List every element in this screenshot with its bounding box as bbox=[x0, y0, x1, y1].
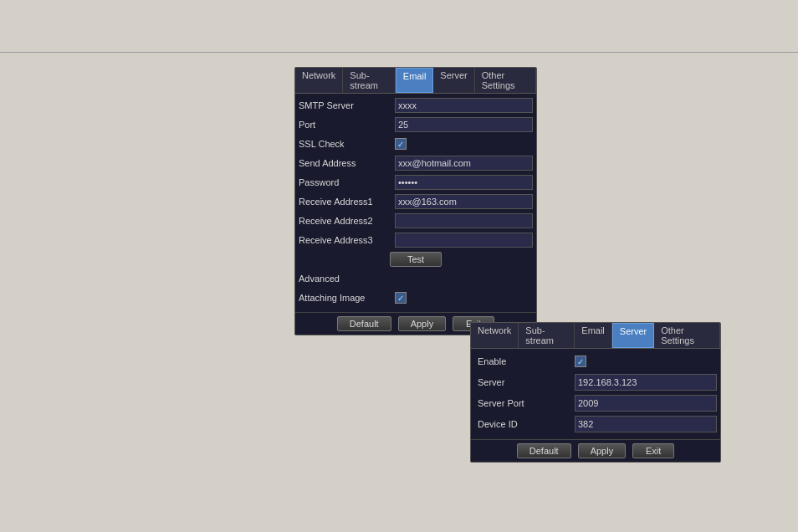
server-tab-bar: Network Sub-stream Email Server Other Se… bbox=[471, 323, 720, 349]
receive2-row: Receive Address2 bbox=[299, 212, 533, 229]
advanced-row: Advanced bbox=[299, 270, 533, 287]
receive1-row: Receive Address1 bbox=[299, 193, 533, 210]
password-row: Password bbox=[299, 174, 533, 191]
ssl-label: SSL Check bbox=[299, 139, 395, 149]
smtp-server-label: SMTP Server bbox=[299, 100, 395, 110]
email-dialog-body: SMTP Server Port SSL Check ✓ Send Addres… bbox=[295, 94, 536, 312]
enable-checkbox-cell: ✓ bbox=[575, 356, 586, 367]
server-port-row: Server Port bbox=[474, 394, 717, 412]
server-ip-input[interactable] bbox=[575, 374, 717, 391]
server-tab-substream[interactable]: Sub-stream bbox=[519, 323, 575, 348]
server-dialog-body: Enable ✓ Server Server Port Device ID bbox=[471, 349, 720, 439]
attaching-image-label: Attaching Image bbox=[299, 293, 395, 303]
tab-other-settings[interactable]: Other Settings bbox=[475, 68, 536, 93]
test-button[interactable]: Test bbox=[390, 252, 442, 267]
attaching-image-row: Attaching Image ✓ bbox=[299, 289, 533, 306]
enable-checkbox[interactable]: ✓ bbox=[575, 356, 586, 367]
server-apply-button[interactable]: Apply bbox=[578, 443, 627, 458]
smtp-server-row: SMTP Server bbox=[299, 97, 533, 114]
server-tab-other[interactable]: Other Settings bbox=[654, 323, 720, 348]
password-label: Password bbox=[299, 177, 395, 187]
email-tab-bar: Network Sub-stream Email Server Other Se… bbox=[295, 68, 536, 94]
ssl-checkbox-cell: ✓ bbox=[395, 138, 407, 150]
server-tab-server[interactable]: Server bbox=[612, 323, 654, 348]
port-input[interactable] bbox=[395, 117, 533, 132]
receive2-input[interactable] bbox=[395, 213, 533, 228]
advanced-label: Advanced bbox=[299, 272, 340, 285]
server-dialog: Network Sub-stream Email Server Other Se… bbox=[470, 322, 721, 463]
attach-checkbox-cell: ✓ bbox=[395, 292, 407, 304]
email-dialog: Network Sub-stream Email Server Other Se… bbox=[294, 67, 537, 335]
tab-network[interactable]: Network bbox=[295, 68, 343, 93]
send-address-label: Send Address bbox=[299, 158, 395, 168]
top-divider bbox=[0, 52, 798, 53]
server-default-button[interactable]: Default bbox=[517, 443, 571, 458]
server-tab-email[interactable]: Email bbox=[575, 323, 612, 348]
server-tab-network[interactable]: Network bbox=[471, 323, 519, 348]
receive1-label: Receive Address1 bbox=[299, 197, 395, 207]
server-exit-button[interactable]: Exit bbox=[632, 443, 674, 458]
device-id-row: Device ID bbox=[474, 415, 717, 433]
server-port-label: Server Port bbox=[474, 398, 575, 408]
tab-server[interactable]: Server bbox=[433, 68, 474, 93]
server-dialog-footer: Default Apply Exit bbox=[471, 439, 720, 462]
tab-email[interactable]: Email bbox=[396, 68, 434, 93]
device-id-label: Device ID bbox=[474, 419, 575, 429]
receive3-input[interactable] bbox=[395, 233, 533, 248]
device-id-input[interactable] bbox=[575, 416, 717, 432]
password-input[interactable] bbox=[395, 175, 533, 190]
enable-row: Enable ✓ bbox=[474, 352, 717, 371]
send-address-input[interactable] bbox=[395, 156, 533, 171]
test-row: Test bbox=[299, 252, 533, 267]
ssl-row: SSL Check ✓ bbox=[299, 136, 533, 152]
receive3-row: Receive Address3 bbox=[299, 232, 533, 248]
server-port-input[interactable] bbox=[575, 395, 717, 412]
attach-checkbox[interactable]: ✓ bbox=[395, 292, 407, 304]
port-label: Port bbox=[299, 120, 395, 130]
receive3-label: Receive Address3 bbox=[299, 235, 395, 245]
server-row: Server bbox=[474, 373, 717, 391]
tab-substream[interactable]: Sub-stream bbox=[343, 68, 395, 93]
send-address-row: Send Address bbox=[299, 155, 533, 171]
ssl-checkbox[interactable]: ✓ bbox=[395, 138, 407, 150]
enable-label: Enable bbox=[474, 356, 575, 366]
email-apply-button[interactable]: Apply bbox=[398, 316, 447, 331]
port-row: Port bbox=[299, 116, 533, 133]
email-default-button[interactable]: Default bbox=[337, 316, 391, 331]
smtp-server-input[interactable] bbox=[395, 98, 533, 113]
receive2-label: Receive Address2 bbox=[299, 216, 395, 226]
server-label: Server bbox=[474, 377, 575, 387]
receive1-input[interactable] bbox=[395, 194, 533, 209]
